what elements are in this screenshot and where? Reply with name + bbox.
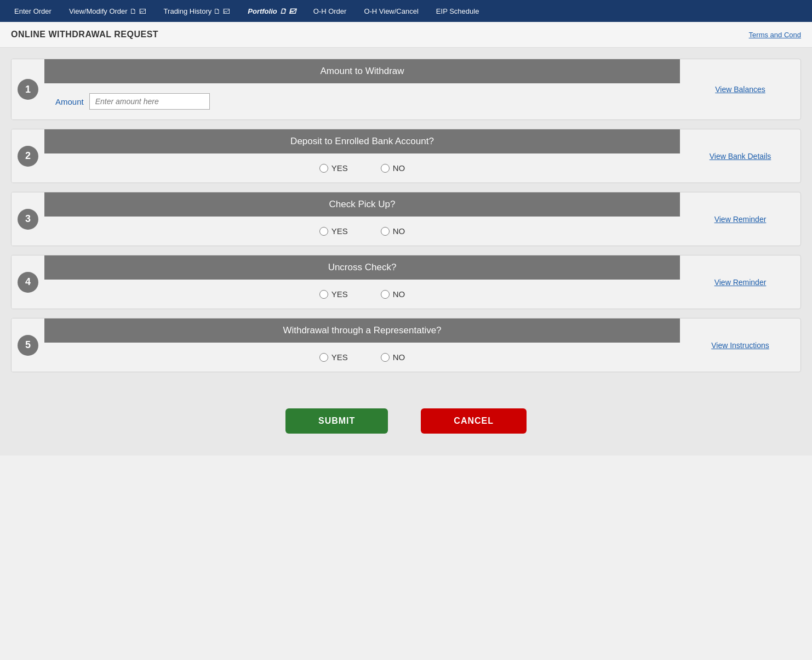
section-body-4: Uncross Check? YES NO (44, 255, 680, 309)
deposit-no-option[interactable]: NO (381, 163, 405, 173)
chart-icon: 🗠 (289, 7, 296, 15)
section-header-4: Uncross Check? (44, 255, 680, 280)
nav-view-modify-order[interactable]: View/Modify Order 🗋 🗠 (60, 7, 155, 15)
step-circle-2: 2 (12, 129, 44, 183)
nav-trading-history[interactable]: Trading History 🗋 🗠 (155, 7, 239, 15)
section-right-1: View Balances (680, 59, 800, 120)
nav-oh-view-cancel[interactable]: O-H View/Cancel (355, 7, 427, 15)
uncross-yes-radio[interactable] (319, 290, 328, 299)
rep-no-radio[interactable] (381, 353, 390, 362)
section-uncross: 4 Uncross Check? YES NO View Reminder (11, 255, 801, 309)
section-header-2: Deposit to Enrolled Bank Account? (44, 129, 680, 153)
deposit-no-radio[interactable] (381, 164, 390, 173)
nav-oh-order[interactable]: O-H Order (305, 7, 356, 15)
step-number-2: 2 (18, 146, 38, 167)
step-number-1: 1 (18, 79, 38, 100)
terms-and-conditions-link[interactable]: Terms and Cond (749, 31, 801, 39)
view-balances-link[interactable]: View Balances (715, 85, 765, 94)
submit-button[interactable]: SUBMIT (285, 408, 388, 434)
pickup-yes-option[interactable]: YES (319, 226, 348, 236)
cancel-button[interactable]: CANCEL (421, 408, 527, 434)
uncross-yes-option[interactable]: YES (319, 289, 348, 299)
view-reminder-link-2[interactable]: View Reminder (714, 278, 767, 287)
nav-eip-schedule[interactable]: EIP Schedule (427, 7, 488, 15)
deposit-yes-option[interactable]: YES (319, 163, 348, 173)
section-check-pickup: 3 Check Pick Up? YES NO View Reminder (11, 192, 801, 246)
view-bank-details-link[interactable]: View Bank Details (710, 152, 771, 161)
rep-yes-option[interactable]: YES (319, 352, 348, 362)
section-right-4: View Reminder (680, 255, 800, 309)
section-content-5: YES NO (44, 343, 680, 372)
rep-no-option[interactable]: NO (381, 352, 405, 362)
view-instructions-link[interactable]: View Instructions (711, 341, 769, 350)
nav-enter-order[interactable]: Enter Order (5, 7, 60, 15)
step-circle-4: 4 (12, 255, 44, 309)
section-content-2: YES NO (44, 153, 680, 183)
chart-icon: 🗠 (139, 7, 146, 15)
pickup-yes-radio[interactable] (319, 227, 328, 236)
section-header-5: Withdrawal through a Representative? (44, 318, 680, 343)
section-right-2: View Bank Details (680, 129, 800, 183)
nav-portfolio[interactable]: Portfolio 🗋 🗠 (239, 7, 304, 15)
chart-icon: 🗠 (223, 7, 230, 15)
view-reminder-link-1[interactable]: View Reminder (714, 215, 767, 224)
uncross-no-radio[interactable] (381, 290, 390, 299)
step-circle-1: 1 (12, 59, 44, 120)
amount-input[interactable] (89, 93, 210, 110)
pickup-no-option[interactable]: NO (381, 226, 405, 236)
deposit-yes-radio[interactable] (319, 164, 328, 173)
amount-label: Amount (55, 97, 84, 106)
uncross-no-option[interactable]: NO (381, 289, 405, 299)
doc-icon: 🗋 (214, 7, 221, 15)
section-representative: 5 Withdrawal through a Representative? Y… (11, 318, 801, 372)
doc-icon: 🗋 (279, 7, 287, 15)
step-number-4: 4 (18, 272, 38, 293)
section-right-5: View Instructions (680, 318, 800, 372)
step-circle-5: 5 (12, 318, 44, 372)
step-circle-3: 3 (12, 192, 44, 246)
section-body-5: Withdrawal through a Representative? YES… (44, 318, 680, 372)
section-header-1: Amount to Withdraw (44, 59, 680, 83)
section-right-3: View Reminder (680, 192, 800, 246)
step-number-5: 5 (18, 335, 38, 356)
bottom-bar: SUBMIT CANCEL (0, 392, 812, 456)
pickup-no-radio[interactable] (381, 227, 390, 236)
step-number-3: 3 (18, 209, 38, 230)
page-header: ONLINE WITHDRAWAL REQUEST Terms and Cond (0, 22, 812, 48)
top-nav: Enter Order View/Modify Order 🗋 🗠 Tradin… (0, 0, 812, 22)
section-content-4: YES NO (44, 280, 680, 309)
page-title: ONLINE WITHDRAWAL REQUEST (11, 30, 158, 39)
section-amount: 1 Amount to Withdraw Amount View Balance… (11, 59, 801, 120)
main-content: 1 Amount to Withdraw Amount View Balance… (0, 48, 812, 392)
section-body-2: Deposit to Enrolled Bank Account? YES NO (44, 129, 680, 183)
section-deposit: 2 Deposit to Enrolled Bank Account? YES … (11, 129, 801, 183)
section-content-1: Amount (44, 83, 680, 120)
section-body-3: Check Pick Up? YES NO (44, 192, 680, 246)
section-header-3: Check Pick Up? (44, 192, 680, 217)
section-body-1: Amount to Withdraw Amount (44, 59, 680, 120)
rep-yes-radio[interactable] (319, 353, 328, 362)
doc-icon: 🗋 (130, 7, 137, 15)
section-content-3: YES NO (44, 217, 680, 246)
